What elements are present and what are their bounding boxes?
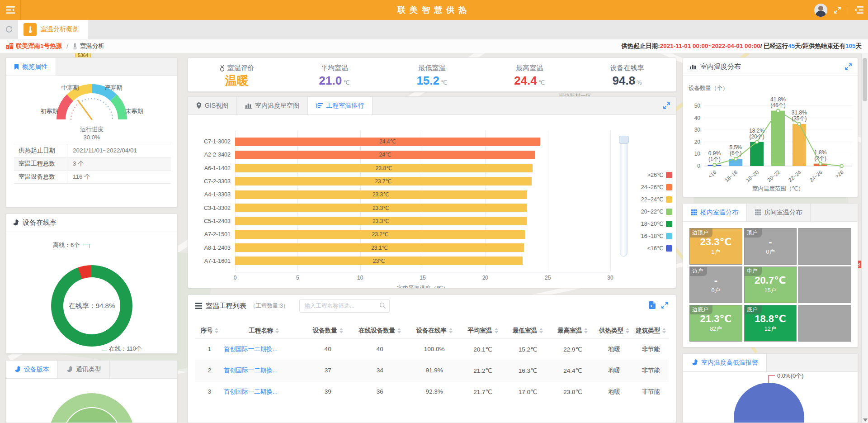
season-gauge-chart: 初寒期中寒期严寒期末寒期运行进度30.0%	[6, 76, 177, 144]
svg-text:初寒期: 初寒期	[41, 108, 58, 114]
refresh-icon[interactable]	[0, 20, 18, 39]
sort-caret[interactable]	[340, 328, 343, 333]
building-cell: 边户-0户	[689, 266, 742, 303]
sort-caret[interactable]	[495, 328, 498, 333]
col-header[interactable]: 设备数量	[304, 323, 352, 338]
top-header: 联美智慧供热	[0, 0, 868, 20]
legend-swatch	[666, 196, 672, 203]
cell-count: 0户	[766, 248, 774, 256]
legend-item[interactable]: 20~22℃	[631, 205, 672, 218]
remain-text: 天/距供热结束还有	[795, 43, 845, 49]
tab-temp-alarm[interactable]: 室内温度高低温报警	[683, 354, 767, 371]
stat-value: 15.2℃	[416, 75, 447, 86]
sort-caret[interactable]	[397, 328, 401, 333]
sort-caret[interactable]	[275, 328, 279, 333]
tab-室内温度星空图[interactable]: 室内温度星空图	[237, 97, 308, 114]
tab-room-temp[interactable]: 房间室温分布	[747, 204, 811, 221]
bookmark-icon	[14, 64, 19, 70]
legend-item[interactable]: 22~24℃	[631, 193, 672, 205]
axis-tick: 15	[420, 275, 425, 281]
stat-item: 设备在线率94.8%	[578, 63, 676, 86]
panel-collapse-icon[interactable]	[854, 6, 863, 14]
pie-icon	[691, 359, 698, 366]
col-header[interactable]: 工程名称	[224, 323, 304, 338]
table-cell[interactable]: 首创国际一二期换...	[224, 360, 304, 381]
fullscreen-icon[interactable]	[834, 6, 841, 14]
col-header[interactable]: 建筑类型	[633, 323, 669, 338]
project-link[interactable]: 首创国际一二期换...	[224, 388, 278, 395]
sort-caret[interactable]	[626, 328, 629, 333]
expand-icon[interactable]	[844, 63, 852, 71]
col-header[interactable]: 供热类型	[595, 323, 633, 338]
legend-item[interactable]: >26℃	[631, 169, 672, 181]
tab-device-version[interactable]: 设备版本	[6, 361, 58, 378]
legend-item[interactable]: 24~26℃	[631, 181, 672, 193]
scroll-down-arrow[interactable]	[863, 418, 868, 422]
expand-icon[interactable]	[661, 301, 669, 309]
svg-text:20~22: 20~22	[766, 169, 781, 183]
excel-export-icon[interactable]: x	[649, 301, 656, 309]
table-cell[interactable]: 首创国际一二期换...	[224, 381, 304, 402]
building-cell	[798, 266, 851, 303]
sort-caret[interactable]	[662, 328, 666, 333]
table-cell: 3	[195, 381, 224, 402]
stat-unit: %	[637, 79, 642, 86]
bar: 23.8℃	[235, 164, 533, 172]
sort-caret[interactable]	[584, 328, 588, 333]
table-cell[interactable]: 首创国际一二期换...	[224, 338, 304, 360]
tab-room-temp-overview[interactable]: 室温分析概览	[18, 20, 88, 39]
info-value: 116 个	[67, 171, 171, 183]
col-header[interactable]: 最低室温	[505, 323, 550, 338]
stat-label: 室温评价	[219, 64, 254, 72]
table-cell: 36	[352, 381, 409, 402]
user-avatar[interactable]	[814, 4, 827, 17]
sort-caret[interactable]	[539, 328, 543, 333]
building-temp-grid: 边顶户23.3℃1户顶户-0户边户-0户中户20.7℃15户边底户21.3℃82…	[689, 228, 851, 342]
svg-text:5.5%: 5.5%	[730, 144, 742, 151]
search-icon[interactable]	[379, 302, 386, 309]
thermometer-graphic	[619, 136, 629, 257]
table-cell: 1	[195, 338, 224, 360]
project-link[interactable]: 首创国际一二期换...	[224, 367, 278, 374]
tab-comm-type[interactable]: 通讯类型	[58, 361, 110, 378]
bar: 23.3℃	[235, 217, 527, 225]
medal-icon	[219, 65, 225, 72]
svg-text:设备数量（个）: 设备数量（个）	[689, 85, 728, 91]
tab-工程室温排行[interactable]: 工程室温排行	[308, 97, 373, 114]
col-header[interactable]: 设备在线率	[408, 323, 460, 338]
info-row: 室温设备总数116 个	[14, 171, 171, 184]
breadcrumb-heat-source-link[interactable]: 联美浑南1号热源	[16, 42, 62, 50]
svg-text:50: 50	[694, 103, 701, 109]
legend-item[interactable]: 18~20℃	[631, 218, 672, 230]
project-search-input[interactable]	[299, 299, 390, 313]
table-cell: 34	[352, 360, 409, 381]
page-scrollbar[interactable]	[861, 53, 868, 423]
col-header[interactable]: 序号	[195, 323, 224, 338]
tab-GIS视图[interactable]: GIS视图	[188, 97, 237, 114]
expand-icon[interactable]	[663, 102, 670, 109]
axis-tick: 0	[234, 275, 237, 281]
legend-item[interactable]: 16~18℃	[631, 230, 672, 242]
table-cell: 非节能	[633, 381, 669, 402]
legend-swatch	[666, 209, 672, 215]
project-link[interactable]: 首创国际一二期换...	[224, 346, 278, 352]
ranking-chart: C7-1-300224.4℃A2-2-340224℃A6-1-140223.8℃…	[188, 115, 676, 288]
tab-building-temp[interactable]: 楼内室温分布	[683, 204, 747, 221]
table-cell: 21.2℃	[460, 360, 505, 381]
cell-position-tag: 边户	[690, 267, 707, 276]
svg-text:16~18: 16~18	[724, 169, 738, 183]
table-cell: 17.0℃	[505, 381, 550, 402]
temp-alarm-panel: 室内温度高低温报警 0.0%(0个)	[683, 353, 858, 423]
scrollbar-thumb[interactable]	[863, 58, 867, 101]
col-header[interactable]: 在线设备数量	[352, 323, 409, 338]
table-cell: 40	[352, 338, 409, 360]
sort-caret[interactable]	[449, 328, 453, 333]
col-header[interactable]: 平均室温	[460, 323, 505, 338]
donut-center-text: 在线率：94.8%	[63, 277, 120, 334]
legend-item[interactable]: <16℃	[631, 242, 672, 254]
col-header[interactable]: 最高室温	[550, 323, 595, 338]
sort-caret[interactable]	[215, 328, 218, 333]
tab-overview-attrs[interactable]: 概览属性	[6, 58, 56, 76]
svg-text:24~26: 24~26	[809, 169, 823, 183]
svg-text:1.8%: 1.8%	[814, 149, 827, 156]
